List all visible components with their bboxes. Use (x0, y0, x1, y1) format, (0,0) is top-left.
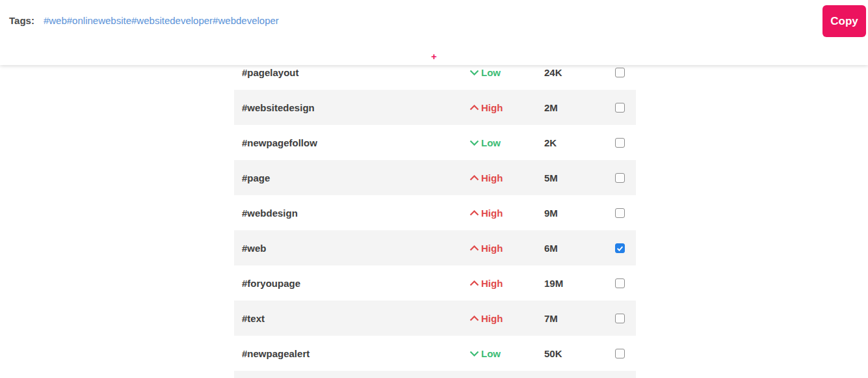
table-row: #page High 5M (234, 160, 636, 195)
row-checkbox[interactable] (615, 68, 625, 77)
tags-label: Tags: (9, 15, 34, 26)
hashtag-table: #pagelayout Low 24K #website (234, 55, 636, 378)
hashtag-label: #page (242, 172, 469, 183)
row-checkbox[interactable] (615, 138, 625, 148)
chevron-down-icon (469, 351, 479, 357)
hashtag-label: #web (242, 243, 469, 254)
post-count: 5M (544, 172, 615, 183)
table-row: #websitedesign High 2M (234, 90, 636, 125)
trend-label: Low (481, 67, 501, 78)
row-checkbox[interactable] (615, 173, 625, 183)
tag-link[interactable]: #webdeveloper (213, 15, 279, 26)
hashtag-label: #newpagefollow (242, 137, 469, 148)
checkbox-cell (615, 138, 636, 148)
chevron-up-icon (469, 280, 479, 286)
tag-link[interactable]: #web (44, 15, 67, 26)
trend-label: Low (481, 137, 501, 148)
trend-label: High (481, 313, 503, 324)
post-count: 9M (544, 208, 615, 219)
table-row: #webdesign High 9M (234, 195, 636, 230)
tag-link[interactable]: #websitedeveloper (131, 15, 213, 26)
post-count: 50K (544, 348, 615, 359)
copy-button[interactable]: Copy (822, 5, 866, 37)
checkbox-cell (615, 208, 636, 218)
checkbox-cell (615, 314, 636, 323)
chevron-up-icon (469, 316, 479, 321)
trend-indicator: Low (469, 67, 544, 78)
tags-line: Tags: #web#onlinewebsite#websitedevelope… (9, 15, 279, 26)
row-checkbox[interactable] (615, 349, 625, 358)
table-row: #newpagefollow Low 2K (234, 125, 636, 160)
hashtag-label: #foryoupage (242, 278, 469, 289)
trend-label: High (481, 102, 503, 113)
table-row: #text High 7M (234, 301, 636, 336)
trend-label: High (481, 172, 503, 183)
page: Tags: #web#onlinewebsite#websitedevelope… (0, 0, 868, 378)
header-bar: Tags: #web#onlinewebsite#websitedevelope… (0, 0, 868, 65)
chevron-up-icon (469, 245, 479, 251)
post-count: 2M (544, 102, 615, 113)
post-count: 19M (544, 278, 615, 289)
chevron-up-icon (469, 175, 479, 181)
plus-icon[interactable]: + (431, 51, 437, 61)
post-count: 24K (544, 67, 615, 78)
trend-indicator: Low (469, 348, 544, 359)
post-count: 2K (544, 137, 615, 148)
hashtag-label: #websitedesign (242, 102, 469, 113)
trend-indicator: High (469, 208, 544, 219)
checkbox-cell (615, 103, 636, 113)
row-checkbox[interactable] (615, 314, 625, 323)
checkbox-cell (615, 243, 636, 253)
chevron-down-icon (469, 140, 479, 146)
tag-link[interactable]: #onlinewebsite (67, 15, 131, 26)
trend-indicator: High (469, 172, 544, 183)
checkbox-cell (615, 278, 636, 288)
trend-indicator: Low (469, 137, 544, 148)
chevron-up-icon (469, 210, 479, 216)
checkbox-cell (615, 68, 636, 77)
trend-label: High (481, 278, 503, 289)
checkbox-cell (615, 349, 636, 358)
hashtag-label: #text (242, 313, 469, 324)
table-row: #web High 6M (234, 230, 636, 265)
checkbox-cell (615, 173, 636, 183)
hashtag-label: #newpagealert (242, 348, 469, 359)
table-row: #foryoupage High 19M (234, 265, 636, 301)
table-row: #newpagealert Low 50K (234, 336, 636, 371)
row-checkbox[interactable] (615, 208, 625, 218)
post-count: 7M (544, 313, 615, 324)
trend-label: High (481, 243, 503, 254)
trend-indicator: High (469, 313, 544, 324)
row-checkbox[interactable] (615, 278, 625, 288)
hashtag-label: #webdesign (242, 208, 469, 219)
chevron-down-icon (469, 70, 479, 75)
chevron-up-icon (469, 105, 479, 111)
table-row-partial (234, 371, 636, 378)
row-checkbox[interactable] (615, 103, 625, 113)
row-checkbox[interactable] (615, 243, 625, 253)
trend-indicator: High (469, 278, 544, 289)
check-icon (616, 243, 624, 253)
post-count: 6M (544, 243, 615, 254)
trend-label: High (481, 208, 503, 219)
tags-list: #web#onlinewebsite#websitedeveloper#webd… (44, 15, 279, 26)
trend-label: Low (481, 348, 501, 359)
trend-indicator: High (469, 243, 544, 254)
trend-indicator: High (469, 102, 544, 113)
hashtag-label: #pagelayout (242, 67, 469, 78)
